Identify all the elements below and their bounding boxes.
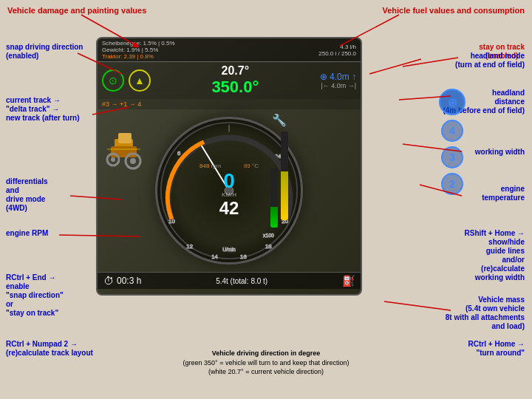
mass-display: 5.4t (total: 8.0 t) [216, 277, 267, 285]
num3-button[interactable]: 3 [441, 146, 463, 168]
svg-rect-6 [118, 133, 132, 143]
working-width-display: ⊕ 4.0m ↑ |← 4.0m →| [320, 72, 356, 89]
nav-icons-left: ⊙ ▲ [102, 69, 151, 92]
svg-text:6: 6 [177, 150, 180, 157]
wrench-icon[interactable]: 🔧 [272, 113, 287, 127]
steering-wheel-button[interactable]: ⊕ [439, 89, 466, 115]
vehicle-stats-left: Scheibenegge: 1.5% | 0.5% Gewicht: 1.9% … [102, 40, 175, 60]
time-value: 00:3 h [117, 276, 141, 286]
svg-point-5 [130, 158, 136, 164]
temp-unit: °C [252, 163, 259, 169]
svg-text:14: 14 [211, 253, 218, 260]
driving-direction-title: Vehicle driving direction in degree [212, 349, 321, 357]
gauge-inner: 848 rpm 89 °C 0 KM/H 42 [200, 163, 259, 219]
heading-white: 20.7° [157, 64, 314, 78]
mass-value: 5.4t (total: 8.0 t) [216, 277, 267, 285]
driving-direction-white: (white 20.7° = current vehicle direction… [208, 368, 324, 375]
rctrl-home-label: RCtrl + Home → "turn around" [468, 340, 525, 358]
temp-bar-fill [281, 171, 288, 220]
track-row: #3 → +1 → 4 [98, 99, 361, 109]
vehicle-damage-label: Vehicle damage and painting values [7, 6, 146, 16]
right-sidebar: ⊕ 4 3 2 [439, 89, 466, 195]
time-display: ⏱ 00:3 h [103, 275, 141, 287]
temp-value: 89 [244, 163, 250, 169]
traktor-stat: Traktor: 2.39 | 0.8% [102, 53, 154, 60]
engine-rpm-label: engine RPM [6, 229, 48, 238]
temp-right: 89 °C [244, 163, 259, 169]
svg-text:18: 18 [265, 243, 272, 250]
top-info-bar: Scheibenegge: 1.5% | 0.5% Gewicht: 1.9% … [98, 38, 361, 62]
svg-line-28 [403, 58, 458, 66]
rctrl-end-label: RCtrl + End → enable "snap direction" or… [6, 273, 64, 318]
heading-display: 20.7° 350.0° [151, 64, 320, 97]
svg-point-3 [111, 157, 115, 162]
num3-label: 3 [449, 151, 455, 163]
speed-kmh: 0 [200, 171, 259, 191]
svg-text:12: 12 [186, 243, 193, 250]
driving-direction-label: Vehicle driving direction in degree (gre… [103, 349, 429, 377]
speed-number: 42 [200, 198, 259, 219]
differentials-label: differentials and drive mode (4WD) [6, 177, 48, 213]
fuel-stats: 4.3 l/h 250.0 l / 250.0 [318, 44, 356, 57]
working-width-value: 4.0m [330, 72, 349, 82]
heading-green: 350.0° [157, 78, 314, 97]
vehicle-svg [103, 124, 144, 176]
vehicle-fuel-label: Vehicle fuel values and consumption [382, 6, 525, 16]
speed-bar-fill [270, 207, 278, 228]
gauge-area: 6 8 10 12 14 16 18 20 22 24 U/min x100 [98, 109, 361, 272]
working-width-arrows: |← 4.0m →| [320, 82, 356, 89]
current-track-label: current track → "delta track" → new trac… [6, 96, 79, 123]
fuel-icon: ⛽ [342, 275, 355, 287]
rctrl-numpad-label: RCtrl + Numpad 2 → (re)calculate track l… [6, 340, 93, 358]
svg-rect-1 [111, 146, 137, 157]
fuel-rate: 4.3 l/h [340, 44, 356, 50]
speed-bar [270, 168, 278, 228]
scheibenegge-stat: Scheibenegge: 1.5% | 0.5% [102, 40, 175, 47]
svg-text:16: 16 [240, 253, 247, 260]
rpm-left: 848 rpm [200, 163, 221, 169]
kmh-label: KM/H [200, 191, 259, 198]
num4-label: 4 [449, 125, 455, 137]
track-info: #3 → +1 → 4 [102, 100, 141, 108]
engine-temperature-label: engine temperature [482, 185, 525, 202]
num2-label: 2 [449, 178, 455, 190]
svg-text:U/min: U/min [222, 247, 236, 252]
nav-row: ⊙ ▲ 20.7° 350.0° ⊕ 4.0m ↑ |← 4.0m →| [98, 62, 361, 99]
vehicle-mass-label: Vehicle mass (5.4t own vehicle 8t with a… [446, 296, 525, 331]
svg-line-35 [384, 301, 451, 310]
steering-icon: ⊕ [448, 95, 457, 109]
rshift-home-label: RShift + Home → show/hide guide lines an… [465, 229, 525, 282]
headland-mode-label: headland mode (turn at end of field) [455, 43, 525, 69]
rpm-value: 848 [200, 163, 209, 169]
hud-panel: Scheibenegge: 1.5% | 0.5% Gewicht: 1.9% … [96, 37, 362, 296]
snap-driving-label: snap driving direction (enabled) [6, 43, 83, 61]
fuel-total: 250.0 l / 250.0 [318, 50, 356, 57]
vehicle-icon-area [103, 124, 144, 176]
snap-direction-icon[interactable]: ⊙ [102, 69, 124, 92]
num4-button[interactable]: 4 [441, 120, 463, 142]
svg-text:x100: x100 [263, 233, 274, 238]
gewicht-stat: Gewicht: 1.9% | 5.5% [102, 47, 158, 53]
num2-button[interactable]: 2 [441, 173, 463, 195]
rpm-unit: rpm [211, 163, 222, 169]
svg-line-27 [369, 59, 421, 74]
working-width-label-right: working width [475, 148, 525, 157]
stay-on-track-icon[interactable]: ▲ [129, 69, 151, 92]
bottom-bar: ⏱ 00:3 h 5.4t (total: 8.0 t) ⛽ [98, 272, 361, 289]
driving-direction-green: (green 350° = vehicle will turn to and k… [183, 359, 349, 366]
temp-bar [281, 132, 288, 220]
working-width-icon: ⊕ 4.0m ↑ [320, 72, 356, 82]
